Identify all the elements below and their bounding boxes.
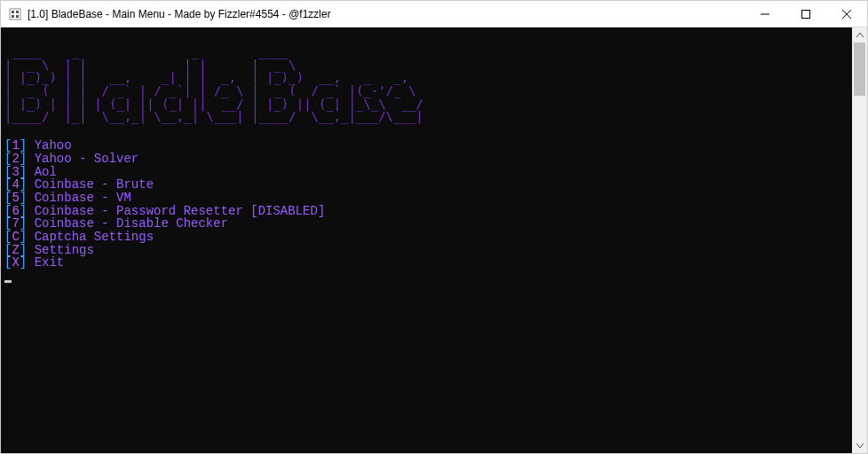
menu-item[interactable]: [Z] Settings bbox=[4, 244, 852, 257]
scrollbar-thumb[interactable] bbox=[854, 43, 865, 96]
svg-rect-1 bbox=[12, 11, 14, 13]
window-titlebar: [1.0] BladeBase - Main Menu - Made by Fi… bbox=[1, 1, 867, 27]
menu-item[interactable]: [1] Yahoo bbox=[4, 139, 852, 153]
scrollbar-track[interactable] bbox=[852, 43, 867, 438]
window-controls bbox=[745, 1, 867, 27]
svg-rect-4 bbox=[16, 15, 19, 18]
menu-item[interactable]: [4] Coinbase - Brute bbox=[4, 178, 852, 192]
minimize-button[interactable] bbox=[745, 1, 785, 27]
window-title: [1.0] BladeBase - Main Menu - Made by Fi… bbox=[28, 8, 745, 20]
menu-item[interactable]: [3] Aol bbox=[4, 166, 852, 179]
menu-list: [1] Yahoo [2] Yahoo - Solver [3] Aol [4]… bbox=[1, 139, 852, 270]
console[interactable]: ____ _ _ ____ | _ \ | | | | | _ \ | |_)_… bbox=[1, 27, 852, 453]
text-cursor bbox=[4, 280, 12, 283]
scroll-up-button[interactable] bbox=[852, 27, 867, 43]
close-button[interactable] bbox=[826, 1, 867, 27]
menu-item[interactable]: [6] Coinbase - Password Resetter [DISABL… bbox=[4, 205, 852, 218]
menu-item[interactable]: [X] Exit bbox=[4, 256, 852, 270]
svg-rect-2 bbox=[16, 11, 19, 13]
app-icon bbox=[8, 7, 22, 21]
maximize-button[interactable] bbox=[785, 1, 826, 27]
svg-rect-6 bbox=[802, 10, 810, 18]
vertical-scrollbar[interactable] bbox=[852, 27, 867, 453]
svg-rect-3 bbox=[12, 15, 14, 18]
menu-item[interactable]: [2] Yahoo - Solver bbox=[4, 153, 852, 166]
console-area: ____ _ _ ____ | _ \ | | | | | _ \ | |_)_… bbox=[1, 27, 867, 453]
menu-item[interactable]: [C] Captcha Settings bbox=[4, 231, 852, 244]
menu-item[interactable]: [5] Coinbase - VM bbox=[4, 192, 852, 205]
menu-item[interactable]: [7] Coinbase - Disable Checker bbox=[4, 217, 852, 231]
svg-rect-0 bbox=[10, 9, 20, 20]
scroll-down-button[interactable] bbox=[852, 438, 867, 453]
ascii-logo: ____ _ _ ____ | _ \ | | | | | _ \ | |_)_… bbox=[4, 45, 852, 123]
